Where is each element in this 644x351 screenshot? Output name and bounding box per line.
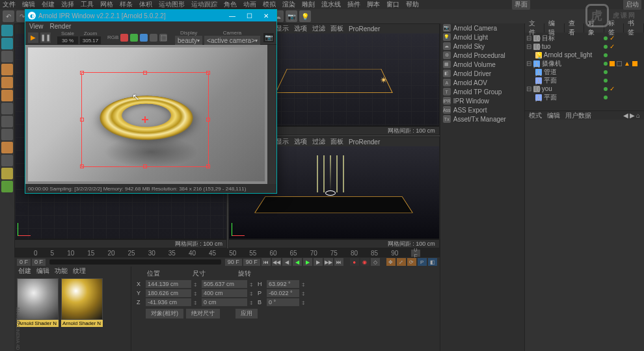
pos-z-field[interactable]: -41.936 cm bbox=[146, 298, 191, 306]
attr-nav-home-icon[interactable]: ⌂ bbox=[636, 112, 640, 119]
menu-sculpt[interactable]: 雕刻 bbox=[302, 0, 315, 9]
workplane-icon[interactable] bbox=[1, 155, 13, 166]
play-back-icon[interactable]: ◀ bbox=[293, 258, 302, 266]
arnold-procedural-item[interactable]: ⚙Arnold Procedural bbox=[440, 51, 524, 60]
ipr-region-box[interactable] bbox=[81, 72, 209, 167]
menu-edit[interactable]: 编辑 bbox=[22, 0, 35, 9]
mat-tab-edit[interactable]: 编辑 bbox=[36, 266, 49, 276]
object-tree[interactable]: ⊟L0目标 ⊟L0tuo 💡Arnold spot_light ⊟人摄像机 人管… bbox=[525, 32, 644, 110]
goto-start-icon[interactable]: ⏮ bbox=[262, 258, 271, 266]
arnold-ipr-item[interactable]: IPRIPR Window bbox=[440, 96, 524, 105]
snap-toggle-icon[interactable] bbox=[1, 168, 13, 179]
ipr-display-dropdown[interactable]: beauty ▾ bbox=[175, 36, 202, 45]
timeline-slider[interactable] bbox=[49, 259, 221, 265]
arnold-driver-item[interactable]: ◧Arnold Driver bbox=[440, 69, 524, 78]
obj-tab-file[interactable]: 文件 bbox=[525, 23, 545, 32]
edge-mode-icon[interactable] bbox=[1, 77, 13, 88]
size-z-field[interactable]: 0 cm bbox=[202, 298, 247, 306]
menu-help[interactable]: 帮助 bbox=[406, 0, 419, 9]
ipr-window[interactable]: ◐ Arnold IPR Window v2.2.2.1 [Arnold 5.0… bbox=[25, 9, 277, 194]
snap-icon[interactable] bbox=[1, 142, 13, 153]
ipr-render-view[interactable]: ↖ bbox=[25, 45, 276, 184]
arnold-light-item[interactable]: 💡Arnold Light bbox=[440, 32, 524, 42]
menu-character[interactable]: 角色 bbox=[224, 0, 237, 9]
ipr-menu-view[interactable]: View bbox=[29, 23, 44, 30]
ipr-pause-icon[interactable]: ❚❚ bbox=[40, 32, 51, 43]
ipr-a-icon[interactable] bbox=[150, 34, 157, 42]
key-param-icon[interactable]: P bbox=[418, 258, 427, 266]
light-icon[interactable]: 💡 bbox=[299, 10, 311, 22]
arnold-txman-item[interactable]: TxAsset/Tx Manager bbox=[440, 114, 524, 124]
menu-volume[interactable]: 体积 bbox=[139, 0, 152, 9]
arnold-volume-item[interactable]: ▦Arnold Volume bbox=[440, 60, 524, 69]
texture-mode-icon[interactable] bbox=[1, 51, 13, 62]
close-icon[interactable]: ✕ bbox=[258, 10, 274, 21]
undo-icon[interactable]: ↶ bbox=[3, 10, 14, 22]
menu-file[interactable]: 文件 bbox=[3, 0, 16, 9]
coord-apply-button[interactable]: 应用 bbox=[235, 309, 258, 318]
material-thumb-0[interactable]: Arnold Shader N bbox=[17, 278, 59, 327]
size-x-field[interactable]: 505.637 cm bbox=[202, 280, 247, 288]
arnold-ass-item[interactable]: AssASS Export bbox=[440, 105, 524, 114]
maximize-icon[interactable]: ☐ bbox=[241, 10, 257, 21]
obj-tab-tags[interactable]: 标签 bbox=[604, 23, 624, 32]
goto-end-icon[interactable]: ⏭ bbox=[334, 258, 343, 266]
prev-frame-icon[interactable]: ◀ bbox=[282, 258, 291, 266]
pos-x-field[interactable]: 144.139 cm bbox=[146, 280, 191, 288]
arnold-camera-item[interactable]: 📷Arnold Camera bbox=[440, 23, 524, 32]
menu-animate[interactable]: 动画 bbox=[243, 0, 256, 9]
range-start2[interactable]: 0 F bbox=[32, 259, 46, 266]
menu-script[interactable]: 脚本 bbox=[367, 0, 380, 9]
mat-tab-tex[interactable]: 纹理 bbox=[73, 266, 86, 276]
menu-mesh[interactable]: 网格 bbox=[100, 0, 113, 9]
key-rot-icon[interactable]: ⟳ bbox=[407, 258, 416, 266]
key-scale-icon[interactable]: ⤢ bbox=[397, 258, 406, 266]
coord-size-dropdown[interactable]: 绝对尺寸 bbox=[186, 309, 220, 318]
menu-tools[interactable]: 工具 bbox=[81, 0, 94, 9]
arnold-tpgroup-item[interactable]: TArnold TP Group bbox=[440, 87, 524, 96]
menu-spline[interactable]: 样条 bbox=[120, 0, 133, 9]
key-pos-icon[interactable]: ✥ bbox=[386, 258, 396, 266]
attr-tab-userdata[interactable]: 用户数据 bbox=[565, 111, 591, 120]
next-key-icon[interactable]: ▶▶ bbox=[324, 258, 333, 266]
rot-b-field[interactable]: 0 ° bbox=[267, 298, 299, 306]
soft-select-icon[interactable] bbox=[1, 181, 13, 192]
menu-tracker[interactable]: 运动跟踪 bbox=[191, 0, 217, 9]
prev-key-icon[interactable]: ◀◀ bbox=[272, 258, 281, 266]
minimize-icon[interactable]: — bbox=[224, 10, 240, 21]
point-mode-icon[interactable] bbox=[1, 64, 13, 75]
pos-y-field[interactable]: 180.626 cm bbox=[146, 289, 191, 297]
menu-render[interactable]: 渲染 bbox=[282, 0, 295, 9]
material-thumb-1[interactable]: Arnold Shader N bbox=[61, 278, 103, 327]
ipr-play-icon[interactable]: ▶ bbox=[28, 32, 38, 43]
menu-create[interactable]: 创建 bbox=[42, 0, 55, 9]
menu-window[interactable]: 窗口 bbox=[386, 0, 399, 9]
ipr-zoom-field[interactable]: 305.17 bbox=[80, 36, 101, 44]
ipr-crop-icon[interactable]: ⬚ bbox=[159, 34, 167, 42]
viewport-solo-icon[interactable] bbox=[1, 116, 13, 127]
layout-dropdown[interactable]: 启动 bbox=[623, 0, 641, 10]
autokey-icon[interactable]: ◉ bbox=[360, 258, 369, 266]
rot-p-field[interactable]: -60.022 ° bbox=[267, 289, 299, 297]
mat-tab-create[interactable]: 创建 bbox=[18, 266, 31, 276]
attr-tab-mode[interactable]: 模式 bbox=[529, 111, 542, 120]
obj-tab-view[interactable]: 查看 bbox=[565, 23, 585, 32]
menu-mograph[interactable]: 运动图形 bbox=[159, 0, 185, 9]
attr-tab-edit[interactable]: 编辑 bbox=[547, 111, 560, 120]
ipr-b-icon[interactable] bbox=[140, 34, 148, 42]
size-y-field[interactable]: 400 cm bbox=[202, 289, 247, 297]
attr-nav-prev-icon[interactable]: ◀ bbox=[623, 112, 628, 119]
poly-mode-icon[interactable] bbox=[1, 90, 13, 101]
model-mode-icon[interactable] bbox=[1, 25, 13, 36]
record-icon[interactable]: ● bbox=[350, 258, 359, 266]
object-mode-icon[interactable] bbox=[1, 38, 13, 49]
key-pla-icon[interactable]: ◧ bbox=[428, 258, 437, 266]
timeline-ruler[interactable]: 0510 152025 303540 455055 606570 758085 … bbox=[14, 248, 440, 257]
play-fwd-icon[interactable]: ▶ bbox=[303, 258, 312, 266]
range-start[interactable]: 0 F bbox=[17, 259, 31, 266]
obj-tab-bookmarks[interactable]: 书签 bbox=[624, 23, 644, 32]
next-frame-icon[interactable]: ▶ bbox=[314, 258, 323, 266]
rot-h-field[interactable]: 63.992 ° bbox=[267, 280, 299, 288]
obj-tab-edit[interactable]: 编辑 bbox=[544, 23, 565, 32]
ipr-titlebar[interactable]: ◐ Arnold IPR Window v2.2.2.1 [Arnold 5.0… bbox=[25, 10, 276, 21]
